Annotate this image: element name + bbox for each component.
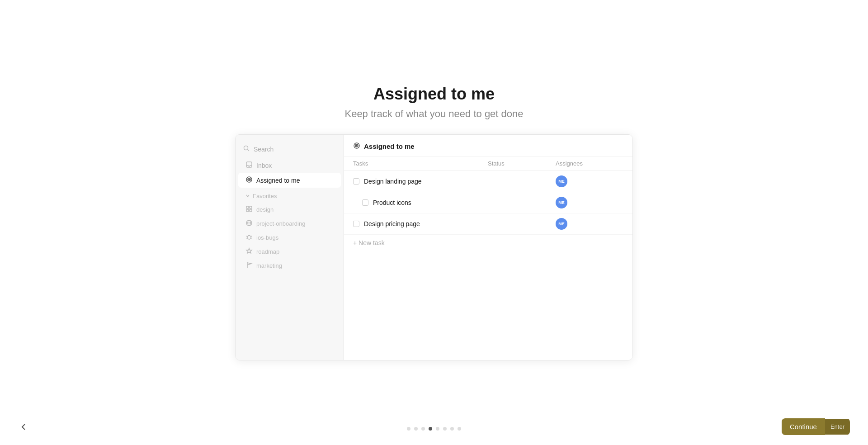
task-name-2: Product icons — [353, 199, 488, 206]
new-task-label: + New task — [353, 239, 385, 246]
table-row[interactable]: Design pricing page ME — [344, 213, 632, 235]
search-label: Search — [254, 146, 274, 153]
dot-2[interactable] — [414, 427, 418, 431]
task-checkbox-2[interactable] — [362, 199, 368, 206]
task-assignee-2: ME — [556, 197, 623, 208]
svg-marker-19 — [246, 248, 252, 253]
sidebar-item-search[interactable]: Search — [236, 142, 344, 156]
bug-icon — [245, 233, 253, 242]
dot-5[interactable] — [436, 427, 439, 431]
dot-4[interactable] — [429, 427, 432, 431]
sidebar: Search Inbox Assigned to me — [236, 135, 344, 360]
task-checkbox-3[interactable] — [353, 221, 359, 227]
table-row[interactable]: Design landing page ME — [344, 171, 632, 192]
dot-3[interactable] — [421, 427, 425, 431]
content-title: Assigned to me — [364, 142, 415, 150]
content-area: Assigned to me Tasks Status Assignees De… — [344, 135, 632, 360]
col-status: Status — [488, 160, 556, 167]
task-assignee-3: ME — [556, 218, 623, 230]
avatar-1: ME — [556, 175, 567, 187]
grid-icon — [245, 205, 253, 214]
continue-label: Continue — [782, 418, 825, 435]
content-target-icon — [353, 142, 360, 151]
task-assignee-1: ME — [556, 175, 623, 187]
globe-icon — [245, 219, 253, 228]
svg-line-1 — [248, 150, 250, 151]
flag-icon — [245, 261, 253, 270]
svg-point-23 — [356, 145, 357, 146]
svg-point-0 — [244, 146, 248, 150]
avatar-3: ME — [556, 218, 567, 230]
target-icon — [245, 176, 253, 185]
task-name-1: Design landing page — [353, 178, 488, 185]
svg-rect-7 — [250, 206, 252, 208]
dot-7[interactable] — [450, 427, 454, 431]
dot-8[interactable] — [458, 427, 461, 431]
svg-line-16 — [246, 238, 247, 238]
star-icon — [245, 247, 253, 256]
page-title: Assigned to me — [344, 85, 523, 104]
svg-line-15 — [251, 236, 252, 237]
task-name-3: Design pricing page — [353, 220, 488, 227]
sidebar-item-assigned[interactable]: Assigned to me — [238, 173, 341, 188]
page-subtitle: Keep track of what you need to get done — [344, 108, 523, 120]
task-label-1: Design landing page — [364, 178, 422, 185]
svg-rect-6 — [246, 206, 249, 208]
sidebar-item-project-onboarding[interactable]: project-onboarding — [238, 217, 341, 231]
task-label-3: Design pricing page — [364, 220, 420, 227]
assigned-label: Assigned to me — [256, 177, 300, 184]
pagination — [0, 427, 868, 431]
chevron-down-icon — [245, 193, 250, 199]
marketing-label: marketing — [256, 262, 282, 269]
task-checkbox-1[interactable] — [353, 178, 359, 185]
svg-line-17 — [251, 238, 252, 238]
project-onboarding-label: project-onboarding — [256, 220, 305, 227]
inbox-label: Inbox — [256, 162, 272, 169]
svg-point-13 — [247, 236, 251, 239]
roadmap-label: roadmap — [256, 248, 279, 255]
search-icon — [243, 145, 250, 153]
sidebar-item-ios-bugs[interactable]: ios-bugs — [238, 231, 341, 245]
task-label-2: Product icons — [373, 199, 411, 206]
inbox-icon — [245, 161, 253, 170]
sidebar-item-inbox[interactable]: Inbox — [238, 158, 341, 173]
page-header: Assigned to me Keep track of what you ne… — [344, 85, 523, 120]
svg-line-14 — [246, 236, 247, 237]
new-task-button[interactable]: + New task — [344, 235, 632, 251]
svg-point-5 — [249, 179, 250, 180]
svg-rect-9 — [250, 209, 252, 212]
svg-rect-8 — [246, 209, 249, 212]
dot-6[interactable] — [443, 427, 447, 431]
ios-bugs-label: ios-bugs — [256, 234, 278, 241]
favorites-label: Favorites — [253, 193, 277, 199]
content-header: Assigned to me — [344, 135, 632, 156]
avatar-2: ME — [556, 197, 567, 208]
continue-enter-key: Enter — [825, 419, 850, 435]
favorites-section: Favorites — [238, 189, 341, 203]
main-container: Search Inbox Assigned to me — [235, 134, 633, 360]
sidebar-item-marketing[interactable]: marketing — [238, 259, 341, 273]
col-assignees: Assignees — [556, 160, 623, 167]
table-row[interactable]: Product icons ME — [344, 192, 632, 213]
dot-1[interactable] — [407, 427, 410, 431]
table-header: Tasks Status Assignees — [344, 156, 632, 171]
sidebar-item-design[interactable]: design — [238, 203, 341, 217]
sidebar-item-roadmap[interactable]: roadmap — [238, 245, 341, 259]
continue-button[interactable]: Continue Enter — [782, 418, 850, 435]
design-label: design — [256, 206, 274, 213]
col-tasks: Tasks — [353, 160, 488, 167]
